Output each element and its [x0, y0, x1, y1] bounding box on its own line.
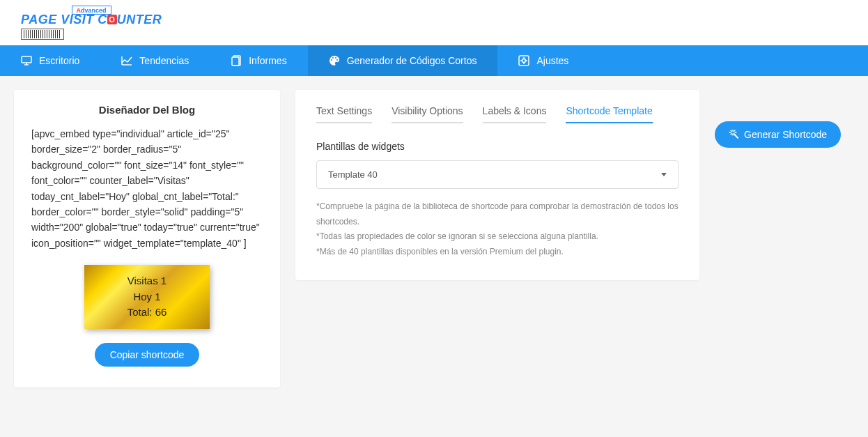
- template-select-label: Plantillas de widgets: [316, 141, 679, 152]
- nav-item-generador[interactable]: Generador de Códigos Cortos: [308, 45, 498, 76]
- header: Advanced PAGE VISIT COUNTER: [0, 0, 868, 45]
- widget-hoy: Hoy 1: [84, 289, 210, 305]
- nav-label: Generador de Códigos Cortos: [347, 55, 477, 66]
- logo: Advanced PAGE VISIT COUNTER: [21, 6, 162, 41]
- reports-icon: [231, 55, 242, 66]
- settings-tabs: Text Settings Visibility Options Labels …: [316, 105, 679, 123]
- template-hint-1: *Compruebe la página de la biblioteca de…: [316, 199, 679, 229]
- svg-rect-0: [22, 56, 31, 63]
- tab-shortcode-template[interactable]: Shortcode Template: [566, 105, 652, 123]
- template-select-value: Template 40: [328, 169, 378, 180]
- logo-counter-icon: [21, 29, 64, 40]
- copy-shortcode-button[interactable]: Copiar shortcode: [95, 343, 200, 367]
- svg-point-8: [522, 59, 526, 63]
- tab-visibility-options[interactable]: Visibility Options: [392, 105, 463, 123]
- widget-total: Total: 66: [84, 305, 210, 321]
- tab-text-settings[interactable]: Text Settings: [316, 105, 372, 123]
- nav-label: Tendencias: [139, 55, 189, 66]
- generate-button-label: Generar Shortcode: [744, 129, 827, 140]
- tab-labels-icons[interactable]: Labels & Icons: [483, 105, 547, 123]
- generate-shortcode-button[interactable]: Generar Shortcode: [715, 121, 841, 148]
- nav-item-escritorio[interactable]: Escritorio: [0, 45, 100, 76]
- nav-item-informes[interactable]: Informes: [210, 45, 307, 76]
- logo-o-icon: O: [107, 15, 117, 24]
- template-hint-2: *Todas las propiedades de color se ignor…: [316, 229, 679, 245]
- main-content: Diseñador Del Blog [apvc_embed type="ind…: [0, 76, 868, 401]
- svg-rect-13: [734, 134, 738, 139]
- logo-title: PAGE VISIT COUNTER: [21, 13, 162, 27]
- settings-panel: Text Settings Visibility Options Labels …: [295, 90, 699, 280]
- svg-rect-6: [232, 57, 239, 66]
- nav-label: Escritorio: [39, 55, 79, 66]
- nav-label: Ajustes: [536, 55, 568, 66]
- template-select[interactable]: Template 40: [316, 160, 679, 189]
- nav-item-ajustes[interactable]: Ajustes: [497, 45, 589, 76]
- palette-icon: [329, 55, 340, 66]
- magic-icon: [729, 130, 738, 139]
- trend-icon: [121, 55, 132, 66]
- chevron-down-icon: [661, 173, 667, 176]
- nav-label: Informes: [249, 55, 286, 66]
- shortcode-output: [apvc_embed type="individual" article_id…: [31, 126, 263, 251]
- main-nav: Escritorio Tendencias Informes Generador…: [0, 45, 868, 76]
- widget-preview: Visitas 1 Hoy 1 Total: 66: [84, 265, 210, 329]
- designer-title: Diseñador Del Blog: [31, 104, 263, 116]
- designer-panel: Diseñador Del Blog [apvc_embed type="ind…: [14, 90, 280, 388]
- desktop-icon: [21, 55, 32, 66]
- widget-visitas: Visitas 1: [84, 273, 210, 289]
- nav-item-tendencias[interactable]: Tendencias: [100, 45, 210, 76]
- template-hint-3: *Más de 40 plantillas disponibles en la …: [316, 245, 679, 260]
- gear-icon: [518, 55, 529, 66]
